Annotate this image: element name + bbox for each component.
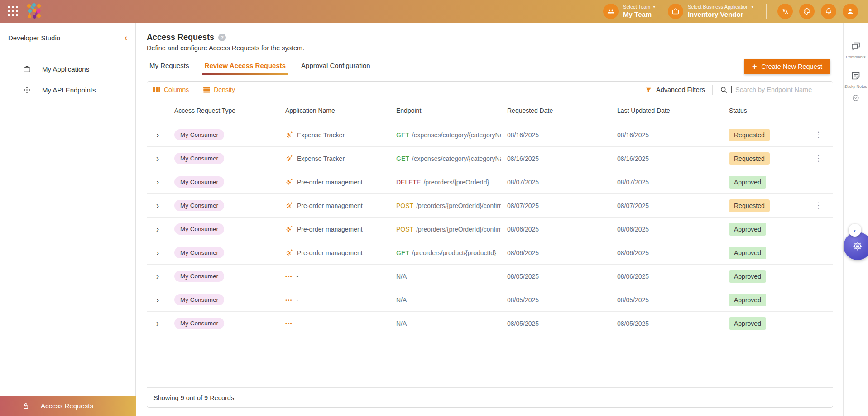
advanced-filters-button[interactable]: Advanced Filters (645, 86, 705, 93)
access-request-type-badge: My Consumer (174, 318, 224, 329)
expand-chevron-icon[interactable]: › (147, 318, 168, 329)
sidebar-item-label: My API Endpoints (42, 86, 96, 94)
toolbar-divider (712, 85, 713, 95)
expand-chevron-icon[interactable]: › (147, 247, 168, 258)
expand-chevron-icon[interactable]: › (147, 130, 168, 140)
tab-review-access-requests[interactable]: Review Access Requests (205, 62, 286, 75)
application-name: Pre-order management (297, 226, 363, 233)
business-application-selector[interactable]: Select Business Application▾ Inventory V… (668, 4, 753, 19)
record-count: Showing 9 out of 9 Records (153, 394, 234, 401)
assistant-collapse-chevron[interactable]: ‹ (849, 224, 861, 237)
text-cursor (731, 86, 732, 93)
density-button[interactable]: Density (203, 86, 235, 93)
help-icon[interactable]: ? (218, 34, 226, 41)
sidebar-item-my-applications[interactable]: My Applications (0, 58, 135, 79)
status-badge: Requested (729, 199, 770, 212)
application-name: - (297, 273, 299, 280)
access-request-type-badge: My Consumer (174, 223, 224, 235)
sticky-notes-button[interactable]: Sticky Notes (844, 70, 867, 89)
http-method: POST (396, 202, 413, 209)
row-menu-kebab-icon[interactable]: ⋮ (812, 154, 825, 163)
table-row[interactable]: › My Consumer Pre-order management POST … (147, 194, 833, 218)
page-subtitle: Define and configure Access Requests for… (136, 42, 843, 52)
comments-button[interactable]: Comments (846, 41, 866, 59)
team-selector-label: Select Team (623, 4, 650, 10)
app-launcher-icon[interactable] (8, 6, 19, 17)
table-row[interactable]: › My Consumer Pre-order management GET /… (147, 241, 833, 265)
application-name: Pre-order management (297, 249, 363, 256)
table-row[interactable]: › My Consumer Expense Tracker GET /expen… (147, 123, 833, 147)
requested-date: 08/06/2025 (501, 226, 611, 233)
table-row[interactable]: › My Consumer ••• - N/A 08/05/2025 08/05… (147, 312, 833, 335)
table-row[interactable]: › My Consumer Pre-order management POST … (147, 218, 833, 241)
right-rail: Comments Sticky Notes (843, 23, 868, 416)
table-row[interactable]: › My Consumer ••• - N/A 08/05/2025 08/05… (147, 288, 833, 312)
table-row[interactable]: › My Consumer Pre-order management DELET… (147, 170, 833, 194)
table-toolbar: Columns Density A (147, 82, 833, 98)
api-endpoints-icon (23, 86, 31, 94)
theme-button[interactable] (799, 4, 815, 19)
access-request-type-badge: My Consumer (174, 153, 224, 164)
application-name: Pre-order management (297, 202, 363, 209)
briefcase-icon (668, 4, 683, 19)
row-menu-kebab-icon[interactable]: ⋮ (812, 201, 825, 210)
sidebar-collapse-icon[interactable]: ‹ (125, 33, 127, 43)
access-request-type-badge: My Consumer (174, 271, 224, 282)
application-gear-icon (285, 249, 293, 256)
caret-down-icon: ▾ (653, 5, 655, 10)
expand-chevron-icon[interactable]: › (147, 295, 168, 305)
sidebar-item-my-api-endpoints[interactable]: My API Endpoints (0, 79, 135, 100)
table-row[interactable]: › My Consumer Expense Tracker GET /expen… (147, 147, 833, 170)
expand-chevron-icon[interactable]: › (147, 224, 168, 234)
expand-chevron-icon[interactable]: › (147, 200, 168, 211)
column-header: Status (723, 107, 804, 114)
tab-approval-configuration[interactable]: Approval Configuration (301, 62, 370, 75)
search-icon (720, 86, 728, 94)
row-menu-kebab-icon[interactable]: ⋮ (812, 130, 825, 140)
profile-button[interactable] (843, 4, 858, 19)
columns-button[interactable]: Columns (153, 86, 189, 93)
application-gear-icon (285, 178, 293, 186)
table-row[interactable]: › My Consumer ••• - N/A 08/05/2025 08/06… (147, 265, 833, 288)
sidebar-item-access-requests[interactable]: Access Requests (0, 396, 136, 416)
access-request-type-badge: My Consumer (174, 200, 224, 211)
application-name: - (297, 320, 299, 327)
create-new-request-button[interactable]: + Create New Request (744, 59, 830, 74)
team-selector-value: My Team (623, 10, 655, 19)
column-header: Last Updated Date (611, 107, 723, 114)
endpoint-path: /preorders/{preOrderId}/confirm (416, 202, 501, 209)
application-name: - (297, 296, 299, 304)
last-updated-date: 08/07/2025 (611, 202, 723, 209)
expand-chevron-icon[interactable]: › (147, 271, 168, 281)
application-gear-icon (285, 202, 293, 209)
density-label: Density (214, 86, 235, 93)
sidebar-nav: My Applications My API Endpoints (0, 53, 135, 100)
table-body: › My Consumer Expense Tracker GET /expen… (147, 123, 833, 335)
left-sidebar: Developer Studio ‹ My Applications (0, 23, 136, 416)
team-icon (603, 4, 619, 19)
last-updated-date: 08/05/2025 (611, 296, 723, 304)
team-selector[interactable]: Select Team▾ My Team (603, 4, 655, 19)
http-method: GET (396, 249, 409, 256)
business-application-selector-value: Inventory Vendor (688, 10, 753, 19)
tab-my-requests[interactable]: My Requests (149, 62, 189, 75)
search-input[interactable] (735, 86, 824, 93)
brand-logo-icon (24, 2, 43, 21)
advanced-filters-label: Advanced Filters (656, 86, 705, 93)
sidebar-title: Developer Studio (8, 34, 60, 42)
bot-icon (851, 240, 864, 252)
status-badge: Approved (729, 317, 766, 330)
expand-chevron-icon[interactable]: › (147, 177, 168, 187)
language-button[interactable] (777, 4, 793, 19)
requests-card: Columns Density A (147, 81, 833, 408)
endpoint-path: /expenses/category/{categoryNan (412, 131, 501, 139)
last-updated-date: 08/05/2025 (611, 320, 723, 327)
requested-date: 08/05/2025 (501, 320, 611, 327)
notifications-button[interactable] (821, 4, 836, 19)
expand-chevron-icon[interactable]: › (147, 153, 168, 164)
rail-chevron-down-icon[interactable] (852, 94, 859, 103)
requested-date: 08/05/2025 (501, 273, 611, 280)
comments-label: Comments (846, 55, 866, 59)
table-header: Access Request Type Application Name End… (147, 98, 833, 123)
application-gear-icon (285, 131, 293, 139)
